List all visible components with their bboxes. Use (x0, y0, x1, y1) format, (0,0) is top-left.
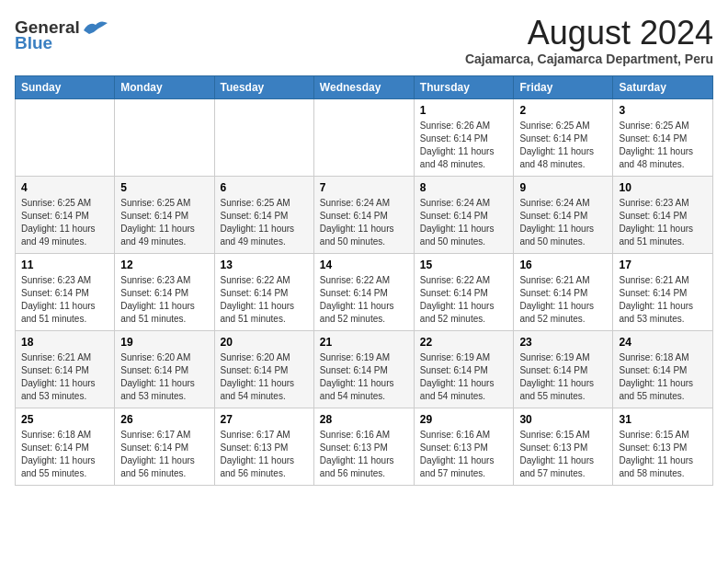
day-info: Sunrise: 6:18 AMSunset: 6:14 PMDaylight:… (619, 351, 707, 403)
day-number: 20 (221, 336, 308, 349)
day-info: Sunrise: 6:20 AMSunset: 6:14 PMDaylight:… (120, 351, 208, 403)
day-cell (313, 98, 414, 176)
header-cell-friday: Friday (514, 75, 613, 98)
day-info: Sunrise: 6:22 AMSunset: 6:14 PMDaylight:… (221, 274, 308, 326)
logo-line2: Blue (15, 34, 80, 52)
day-cell: 11Sunrise: 6:23 AMSunset: 6:14 PMDayligh… (16, 253, 115, 330)
day-number: 12 (120, 259, 208, 271)
day-info: Sunrise: 6:23 AMSunset: 6:14 PMDaylight:… (21, 274, 108, 326)
day-info: Sunrise: 6:21 AMSunset: 6:14 PMDaylight:… (519, 274, 607, 326)
day-number: 21 (320, 336, 408, 349)
day-cell: 31Sunrise: 6:15 AMSunset: 6:13 PMDayligh… (613, 408, 713, 485)
day-cell: 27Sunrise: 6:17 AMSunset: 6:13 PMDayligh… (214, 408, 313, 485)
day-info: Sunrise: 6:18 AMSunset: 6:14 PMDaylight:… (21, 429, 108, 480)
day-cell (214, 98, 313, 176)
day-cell: 18Sunrise: 6:21 AMSunset: 6:14 PMDayligh… (16, 330, 115, 408)
day-info: Sunrise: 6:26 AMSunset: 6:14 PMDaylight:… (420, 120, 508, 171)
day-number: 16 (519, 259, 607, 271)
day-cell: 3Sunrise: 6:25 AMSunset: 6:14 PMDaylight… (613, 98, 713, 176)
header-row: SundayMondayTuesdayWednesdayThursdayFrid… (16, 75, 713, 98)
day-number: 22 (420, 336, 508, 349)
day-cell: 19Sunrise: 6:20 AMSunset: 6:14 PMDayligh… (115, 330, 214, 408)
day-info: Sunrise: 6:25 AMSunset: 6:14 PMDaylight:… (619, 120, 707, 171)
day-number: 10 (619, 181, 707, 194)
day-cell: 14Sunrise: 6:22 AMSunset: 6:14 PMDayligh… (313, 253, 414, 330)
day-cell: 1Sunrise: 6:26 AMSunset: 6:14 PMDaylight… (414, 98, 514, 176)
day-number: 17 (619, 259, 707, 271)
day-number: 6 (221, 181, 308, 194)
day-cell: 13Sunrise: 6:22 AMSunset: 6:14 PMDayligh… (214, 253, 313, 330)
day-cell: 17Sunrise: 6:21 AMSunset: 6:14 PMDayligh… (613, 253, 713, 330)
day-number: 15 (420, 259, 508, 271)
header-cell-tuesday: Tuesday (214, 75, 313, 98)
day-number: 24 (619, 336, 707, 349)
week-row-2: 4Sunrise: 6:25 AMSunset: 6:14 PMDaylight… (16, 176, 713, 253)
day-info: Sunrise: 6:25 AMSunset: 6:14 PMDaylight:… (21, 197, 108, 248)
day-info: Sunrise: 6:23 AMSunset: 6:14 PMDaylight:… (120, 274, 208, 326)
day-cell: 26Sunrise: 6:17 AMSunset: 6:14 PMDayligh… (115, 408, 214, 485)
day-info: Sunrise: 6:19 AMSunset: 6:14 PMDaylight:… (519, 351, 607, 403)
day-info: Sunrise: 6:24 AMSunset: 6:14 PMDaylight:… (519, 197, 607, 248)
day-cell: 24Sunrise: 6:18 AMSunset: 6:14 PMDayligh… (613, 330, 713, 408)
main-title: August 2024 (465, 15, 713, 52)
day-cell (16, 98, 115, 176)
day-number: 23 (519, 336, 607, 349)
day-info: Sunrise: 6:16 AMSunset: 6:13 PMDaylight:… (420, 429, 508, 480)
day-info: Sunrise: 6:17 AMSunset: 6:13 PMDaylight:… (221, 429, 308, 480)
day-cell: 15Sunrise: 6:22 AMSunset: 6:14 PMDayligh… (414, 253, 514, 330)
day-cell: 29Sunrise: 6:16 AMSunset: 6:13 PMDayligh… (414, 408, 514, 485)
day-number: 2 (519, 104, 607, 117)
day-cell: 2Sunrise: 6:25 AMSunset: 6:14 PMDaylight… (514, 98, 613, 176)
day-info: Sunrise: 6:23 AMSunset: 6:14 PMDaylight:… (619, 197, 707, 248)
day-info: Sunrise: 6:24 AMSunset: 6:14 PMDaylight:… (420, 197, 508, 248)
day-info: Sunrise: 6:22 AMSunset: 6:14 PMDaylight:… (320, 274, 408, 326)
day-number: 3 (619, 104, 707, 117)
day-cell (115, 98, 214, 176)
day-number: 19 (120, 336, 208, 349)
day-info: Sunrise: 6:15 AMSunset: 6:13 PMDaylight:… (519, 429, 607, 480)
day-number: 11 (21, 259, 108, 271)
logo: General Blue (15, 18, 109, 52)
title-section: August 2024 Cajamarca, Cajamarca Departm… (465, 15, 713, 66)
day-cell: 30Sunrise: 6:15 AMSunset: 6:13 PMDayligh… (514, 408, 613, 485)
calendar-table: SundayMondayTuesdayWednesdayThursdayFrid… (15, 75, 713, 486)
day-cell: 20Sunrise: 6:20 AMSunset: 6:14 PMDayligh… (214, 330, 313, 408)
day-info: Sunrise: 6:21 AMSunset: 6:14 PMDaylight:… (21, 351, 108, 403)
day-info: Sunrise: 6:25 AMSunset: 6:14 PMDaylight:… (519, 120, 607, 171)
day-number: 26 (120, 413, 208, 426)
day-cell: 10Sunrise: 6:23 AMSunset: 6:14 PMDayligh… (613, 176, 713, 253)
day-number: 9 (519, 181, 607, 194)
day-info: Sunrise: 6:19 AMSunset: 6:14 PMDaylight:… (420, 351, 508, 403)
day-number: 14 (320, 259, 408, 271)
header-cell-monday: Monday (115, 75, 214, 98)
calendar-body: 1Sunrise: 6:26 AMSunset: 6:14 PMDaylight… (16, 98, 713, 485)
day-number: 28 (320, 413, 408, 426)
day-number: 25 (21, 413, 108, 426)
week-row-5: 25Sunrise: 6:18 AMSunset: 6:14 PMDayligh… (16, 408, 713, 485)
day-info: Sunrise: 6:25 AMSunset: 6:14 PMDaylight:… (221, 197, 308, 248)
header-cell-thursday: Thursday (414, 75, 514, 98)
day-cell: 25Sunrise: 6:18 AMSunset: 6:14 PMDayligh… (16, 408, 115, 485)
day-cell: 5Sunrise: 6:25 AMSunset: 6:14 PMDaylight… (115, 176, 214, 253)
day-info: Sunrise: 6:16 AMSunset: 6:13 PMDaylight:… (320, 429, 408, 480)
day-number: 18 (21, 336, 108, 349)
day-number: 5 (120, 181, 208, 194)
day-cell: 6Sunrise: 6:25 AMSunset: 6:14 PMDaylight… (214, 176, 313, 253)
day-number: 30 (519, 413, 607, 426)
day-number: 31 (619, 413, 707, 426)
header-cell-wednesday: Wednesday (313, 75, 414, 98)
day-info: Sunrise: 6:15 AMSunset: 6:13 PMDaylight:… (619, 429, 707, 480)
day-info: Sunrise: 6:22 AMSunset: 6:14 PMDaylight:… (420, 274, 508, 326)
week-row-4: 18Sunrise: 6:21 AMSunset: 6:14 PMDayligh… (16, 330, 713, 408)
page-header: General Blue August 2024 Cajamarca, Caja… (15, 15, 713, 66)
day-cell: 23Sunrise: 6:19 AMSunset: 6:14 PMDayligh… (514, 330, 613, 408)
day-number: 27 (221, 413, 308, 426)
day-number: 7 (320, 181, 408, 194)
day-number: 29 (420, 413, 508, 426)
day-number: 1 (420, 104, 508, 117)
day-cell: 12Sunrise: 6:23 AMSunset: 6:14 PMDayligh… (115, 253, 214, 330)
day-cell: 21Sunrise: 6:19 AMSunset: 6:14 PMDayligh… (313, 330, 414, 408)
week-row-1: 1Sunrise: 6:26 AMSunset: 6:14 PMDaylight… (16, 98, 713, 176)
header-cell-sunday: Sunday (16, 75, 115, 98)
day-number: 8 (420, 181, 508, 194)
